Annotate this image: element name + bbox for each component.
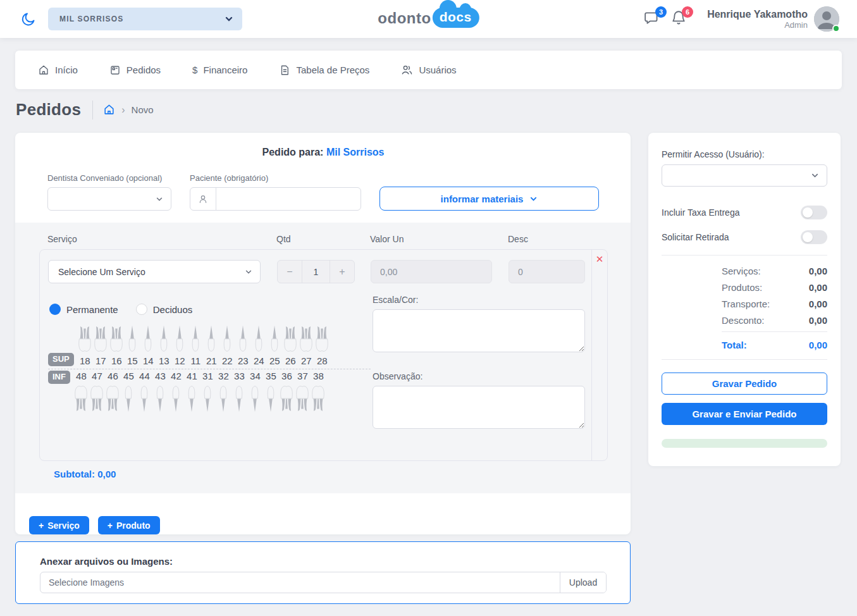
service-row-rail: ✕ bbox=[591, 250, 607, 460]
incisor-tooth-icon bbox=[125, 321, 139, 355]
tooth[interactable]: 13 bbox=[156, 321, 172, 367]
clinic-select[interactable]: MIL SORRISOS bbox=[48, 8, 242, 30]
tooth[interactable]: 24 bbox=[251, 321, 267, 367]
tooth[interactable]: 14 bbox=[140, 321, 156, 367]
molar-tooth-icon bbox=[298, 321, 314, 355]
main-nav: Início Pedidos $ Financeiro Tabela de Pr… bbox=[15, 51, 842, 89]
dark-mode-toggle[interactable] bbox=[20, 11, 37, 27]
chevron-down-icon bbox=[811, 171, 819, 180]
observation-textarea[interactable] bbox=[373, 386, 585, 429]
save-send-order-button[interactable]: Gravar e Enviar Pedido bbox=[662, 403, 827, 425]
chevron-down-icon bbox=[529, 195, 538, 203]
add-service-button[interactable]: + Serviço bbox=[29, 516, 89, 534]
tooth[interactable]: 28 bbox=[314, 321, 330, 367]
tooth[interactable]: 32 bbox=[216, 371, 231, 416]
avatar[interactable] bbox=[814, 6, 839, 32]
tooth[interactable]: 47 bbox=[89, 371, 105, 416]
tooth[interactable]: 36 bbox=[279, 371, 295, 416]
tooth[interactable]: 18 bbox=[77, 321, 93, 367]
nav-item-inicio[interactable]: Início bbox=[38, 65, 78, 76]
breadcrumb-current: Novo bbox=[132, 104, 154, 115]
tooth[interactable]: 21 bbox=[204, 321, 219, 367]
remove-service-button[interactable]: ✕ bbox=[596, 254, 604, 460]
delivery-fee-toggle[interactable] bbox=[801, 206, 827, 219]
inform-materials-button[interactable]: informar materiais bbox=[379, 187, 599, 211]
tooth[interactable]: 15 bbox=[125, 321, 140, 367]
tooth[interactable]: 35 bbox=[263, 371, 279, 416]
scale-color-textarea[interactable] bbox=[373, 309, 585, 352]
upload-button[interactable]: Upload bbox=[560, 572, 606, 593]
patient-label: Paciente (obrigatório) bbox=[190, 173, 361, 183]
nav-item-usuarios[interactable]: Usuários bbox=[401, 64, 456, 76]
tooth[interactable]: 46 bbox=[105, 371, 121, 416]
notifications-button[interactable]: 6 bbox=[670, 9, 689, 28]
totals-list: Serviços: 0,00 Produtos: 0,00 Transporte… bbox=[722, 266, 827, 326]
nav-item-pedidos[interactable]: Pedidos bbox=[109, 65, 161, 76]
attachments-card: Anexar arquivos ou Imagens: Selecione Im… bbox=[15, 541, 631, 604]
patient-input[interactable] bbox=[216, 188, 361, 210]
add-product-button[interactable]: + Produto bbox=[98, 516, 160, 534]
tooth[interactable]: 17 bbox=[93, 321, 109, 367]
moon-icon bbox=[21, 11, 36, 27]
tooth[interactable]: 12 bbox=[172, 321, 188, 367]
incisor-tooth-icon bbox=[173, 321, 187, 355]
notifications-badge: 6 bbox=[682, 6, 693, 18]
tooth[interactable]: 22 bbox=[219, 321, 235, 367]
scale-color-label: Escala/Cor: bbox=[373, 295, 585, 305]
molar-tooth-icon bbox=[278, 382, 295, 416]
tooth[interactable]: 16 bbox=[109, 321, 125, 367]
service-select[interactable]: Selecione Um Serviço bbox=[48, 260, 261, 283]
radio-permanente[interactable]: Permanente bbox=[49, 304, 118, 315]
access-user-select[interactable] bbox=[662, 164, 827, 187]
nav-item-tabela-de-precos[interactable]: Tabela de Preços bbox=[279, 65, 369, 76]
subtotal-value: 0,00 bbox=[97, 469, 116, 479]
tooth[interactable]: 31 bbox=[200, 371, 216, 416]
nav-item-financeiro[interactable]: $ Financeiro bbox=[192, 65, 247, 75]
tooth[interactable]: 11 bbox=[188, 321, 204, 367]
qty-value: 1 bbox=[302, 261, 330, 283]
column-discount: Desc bbox=[508, 234, 584, 244]
save-order-button[interactable]: Gravar Pedido bbox=[662, 373, 827, 395]
tooth[interactable]: 27 bbox=[299, 321, 314, 367]
chevron-down-icon bbox=[225, 15, 233, 23]
home-icon[interactable] bbox=[103, 104, 115, 116]
tooth[interactable]: 42 bbox=[168, 371, 184, 416]
total-line: Transporte: 0,00 bbox=[722, 299, 827, 309]
tooth[interactable]: 45 bbox=[121, 371, 137, 416]
access-label: Permitir Acesso (Usuário): bbox=[662, 149, 827, 159]
tooth[interactable]: 26 bbox=[283, 321, 299, 367]
tooth[interactable]: 34 bbox=[247, 371, 263, 416]
molar-tooth-icon bbox=[77, 321, 93, 355]
tooth[interactable]: 33 bbox=[231, 371, 247, 416]
service-section: Serviço Qtd Valor Un Desc Selecione Um S… bbox=[15, 223, 631, 493]
file-input[interactable]: Selecione Imagens bbox=[40, 572, 560, 593]
tooth[interactable]: 48 bbox=[73, 371, 89, 416]
tooth[interactable]: 41 bbox=[184, 371, 200, 416]
dollar-icon: $ bbox=[192, 65, 197, 75]
file-input-group: Selecione Imagens Upload bbox=[40, 572, 607, 593]
molar-tooth-icon bbox=[282, 321, 299, 355]
divider bbox=[722, 331, 827, 332]
dentist-select[interactable] bbox=[47, 187, 171, 211]
tooth[interactable]: 38 bbox=[311, 371, 326, 416]
molar-tooth-icon bbox=[92, 321, 109, 355]
order-client-link[interactable]: Mil Sorrisos bbox=[326, 147, 385, 157]
chevron-down-icon bbox=[156, 195, 163, 203]
qty-decrease-button[interactable]: − bbox=[278, 261, 302, 283]
tooth[interactable]: 43 bbox=[152, 371, 168, 416]
messages-button[interactable]: 3 bbox=[644, 9, 663, 28]
total-line: Serviços: 0,00 bbox=[722, 266, 827, 276]
pickup-toggle[interactable] bbox=[801, 230, 827, 244]
status-bar bbox=[662, 439, 827, 448]
plus-icon: + bbox=[39, 521, 44, 531]
tooth[interactable]: 23 bbox=[235, 321, 251, 367]
divider bbox=[92, 101, 93, 120]
upper-teeth-row: SUP bbox=[48, 321, 367, 367]
total-line: Produtos: 0,00 bbox=[722, 282, 827, 293]
tooth[interactable]: 44 bbox=[137, 371, 152, 416]
tooth[interactable]: 25 bbox=[267, 321, 283, 367]
radio-deciduos[interactable]: Deciduos bbox=[136, 304, 193, 315]
lower-teeth-row: INF 48 bbox=[48, 371, 367, 416]
qty-increase-button[interactable]: + bbox=[330, 261, 354, 283]
tooth[interactable]: 37 bbox=[295, 371, 311, 416]
